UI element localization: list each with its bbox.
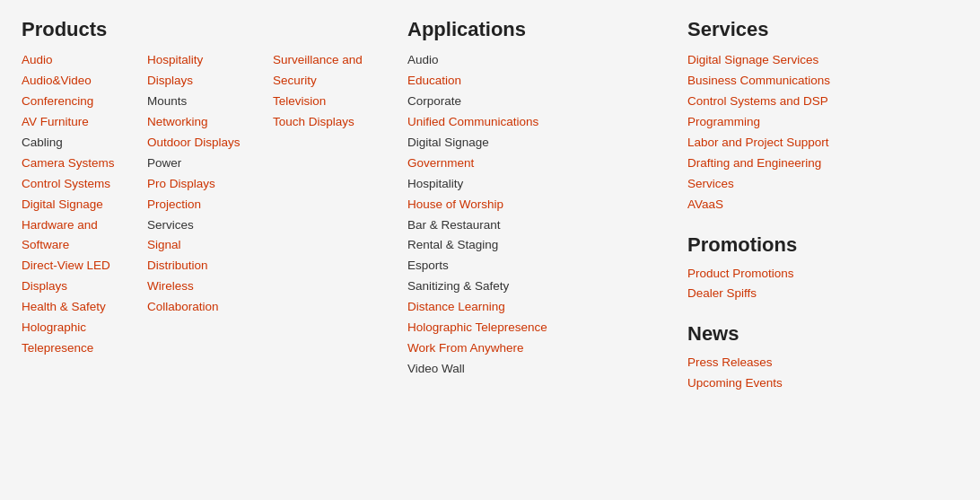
list-item[interactable]: Audio&Video (22, 71, 136, 92)
products-section: Products AudioAudio&VideoConferencingAV … (22, 18, 407, 394)
list-item[interactable]: AV Furniture (22, 112, 136, 133)
list-item[interactable]: Distribution (147, 256, 262, 276)
services-title: Services (687, 18, 958, 41)
applications-col: AudioEducationCorporateUnified Communica… (407, 50, 678, 380)
list-item[interactable]: Cabling (22, 133, 136, 154)
products-col1: AudioAudio&VideoConferencingAV Furniture… (22, 50, 147, 359)
applications-title: Applications (407, 18, 678, 41)
list-item[interactable]: Labor and Project Support (687, 133, 948, 154)
list-item[interactable]: Mounts (147, 92, 262, 112)
list-item[interactable]: Product Promotions (687, 264, 958, 285)
list-item[interactable]: House of Worship (407, 195, 668, 215)
list-item[interactable]: Health & Safety (22, 297, 136, 318)
list-item[interactable]: Power (147, 154, 262, 174)
products-title: Products (22, 18, 398, 41)
list-item[interactable]: Touch Displays (273, 112, 388, 133)
list-item[interactable]: Pro Displays (147, 174, 262, 195)
list-item[interactable]: Sanitizing & Safety (407, 276, 668, 297)
list-item[interactable]: Surveillance and (273, 50, 388, 71)
list-item[interactable]: Signal (147, 235, 262, 256)
list-item[interactable]: Esports (407, 256, 668, 276)
list-item[interactable]: Hardware and (22, 215, 136, 236)
list-item[interactable]: Projection (147, 195, 262, 215)
list-item[interactable]: Unified Communications (407, 112, 668, 133)
services-col: Digital Signage ServicesBusiness Communi… (687, 50, 958, 215)
list-item[interactable]: Digital Signage (22, 195, 136, 215)
promotions-col: Product PromotionsDealer Spiffs (687, 264, 958, 305)
list-item[interactable]: Security (273, 71, 388, 92)
products-columns: AudioAudio&VideoConferencingAV Furniture… (22, 50, 398, 359)
mega-menu: Products AudioAudio&VideoConferencingAV … (22, 18, 958, 394)
list-item[interactable]: Work From Anywhere (407, 338, 668, 359)
news-title: News (687, 322, 958, 346)
list-item[interactable]: Outdoor Displays (147, 133, 262, 154)
products-col2: HospitalityDisplaysMountsNetworkingOutdo… (147, 50, 273, 359)
news-section: News Press ReleasesUpcoming Events (687, 322, 958, 394)
list-item[interactable]: Direct-View LED (22, 256, 136, 276)
list-item[interactable]: Software (22, 235, 136, 256)
list-item[interactable]: Programming (687, 112, 948, 133)
list-item[interactable]: Digital Signage Services (687, 50, 948, 71)
list-item[interactable]: Control Systems (22, 174, 136, 195)
list-item[interactable]: Distance Learning (407, 297, 668, 318)
list-item[interactable]: Telepresence (22, 338, 136, 359)
list-item[interactable]: Bar & Restaurant (407, 215, 668, 236)
list-item[interactable]: Conferencing (22, 92, 136, 112)
list-item[interactable]: Collaboration (147, 297, 262, 318)
list-item[interactable]: Camera Systems (22, 154, 136, 174)
list-item[interactable]: AVaaS (687, 195, 948, 215)
list-item[interactable]: Dealer Spiffs (687, 284, 958, 304)
list-item[interactable]: Wireless (147, 276, 262, 297)
list-item[interactable]: Displays (147, 71, 262, 92)
promotions-title: Promotions (687, 233, 958, 257)
list-item[interactable]: Audio (407, 50, 668, 71)
list-item[interactable]: Video Wall (407, 359, 668, 380)
list-item[interactable]: Services (687, 174, 948, 195)
list-item[interactable]: Digital Signage (407, 133, 668, 154)
products-col3: Surveillance andSecurityTelevisionTouch … (273, 50, 398, 359)
list-item[interactable]: Networking (147, 112, 262, 133)
list-item[interactable]: Government (407, 154, 668, 174)
list-item[interactable]: Displays (22, 276, 136, 297)
list-item[interactable]: Corporate (407, 92, 668, 112)
list-item[interactable]: Upcoming Events (687, 373, 958, 394)
list-item[interactable]: Rental & Staging (407, 235, 668, 256)
list-item[interactable]: Education (407, 71, 668, 92)
list-item[interactable]: Drafting and Engineering (687, 154, 948, 174)
news-col: Press ReleasesUpcoming Events (687, 353, 958, 394)
list-item[interactable]: Holographic Telepresence (407, 318, 668, 338)
list-item[interactable]: Business Communications (687, 71, 948, 92)
list-item[interactable]: Control Systems and DSP (687, 92, 948, 112)
promotions-section: Promotions Product PromotionsDealer Spif… (687, 233, 958, 305)
list-item[interactable]: Hospitality (407, 174, 668, 195)
list-item[interactable]: Television (273, 92, 388, 112)
list-item[interactable]: Holographic (22, 318, 136, 338)
list-item[interactable]: Audio (22, 50, 136, 71)
list-item[interactable]: Press Releases (687, 353, 958, 373)
right-section: Services Digital Signage ServicesBusines… (687, 18, 958, 394)
list-item[interactable]: Services (147, 215, 262, 236)
applications-section: Applications AudioEducationCorporateUnif… (407, 18, 687, 394)
list-item[interactable]: Hospitality (147, 50, 262, 71)
